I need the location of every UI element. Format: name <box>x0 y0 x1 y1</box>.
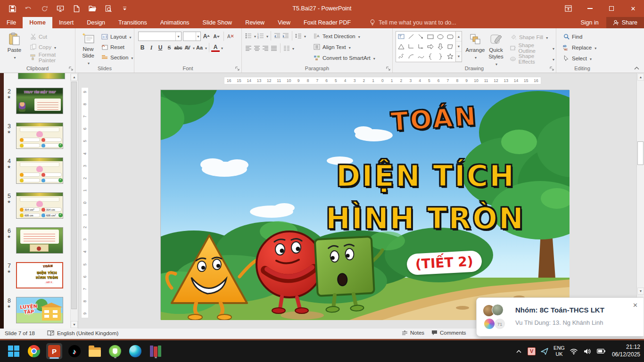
print-preview-icon[interactable] <box>104 4 113 13</box>
align-center-icon[interactable] <box>253 44 261 52</box>
tab-file[interactable]: File <box>0 17 23 28</box>
decrease-indent-icon[interactable] <box>273 32 281 40</box>
slide-4-thumbnail[interactable] <box>16 157 63 184</box>
underline-button[interactable]: U <box>156 43 165 52</box>
new-slide-button[interactable]: New Slide <box>78 30 99 66</box>
scrollbar-thumb[interactable] <box>637 141 644 165</box>
reset-button[interactable]: Reset <box>99 42 134 52</box>
font-color-button[interactable]: A <box>211 44 220 52</box>
align-text-button[interactable]: Align Text <box>312 42 377 52</box>
oval-shape-icon[interactable] <box>437 33 444 40</box>
scribble-shape-icon[interactable] <box>398 53 405 60</box>
slide-2-thumbnail[interactable]: TRUY TÌM MẬT THƯ <box>16 88 63 114</box>
open-icon[interactable] <box>88 4 97 13</box>
gallery-more-icon[interactable]: ▼ <box>456 52 462 62</box>
star-shape-icon[interactable] <box>447 53 454 60</box>
layout-button[interactable]: Layout <box>99 32 134 41</box>
tab-insert[interactable]: Insert <box>52 17 80 28</box>
taskbar-chrome-icon[interactable] <box>26 343 42 359</box>
columns-dropdown-icon[interactable] <box>291 45 294 51</box>
gallery-down-icon[interactable]: ▼ <box>456 41 462 51</box>
curve-shape-icon[interactable] <box>418 53 424 60</box>
down-arrow-shape-icon[interactable] <box>437 43 444 50</box>
quick-styles-button[interactable]: Quick Styles <box>486 31 506 67</box>
paragraph-dialog-launcher-icon[interactable] <box>386 66 391 71</box>
vertical-scrollbar[interactable] <box>636 73 644 329</box>
tab-animations[interactable]: Animations <box>154 17 196 28</box>
change-case-button[interactable]: Aa <box>195 43 204 52</box>
font-size-dropdown-icon[interactable]: ▾ <box>196 32 200 41</box>
tab-foxit-reader-pdf[interactable]: Foxit Reader PDF <box>297 17 357 28</box>
new-slide-dropdown-icon[interactable] <box>87 59 90 66</box>
collapse-ribbon-icon[interactable] <box>634 66 639 70</box>
arrow-shape-icon[interactable] <box>418 33 424 40</box>
shape-outline-button[interactable]: Shape Outline <box>508 43 556 53</box>
tab-transitions[interactable]: Transitions <box>112 17 154 28</box>
font-size-combo[interactable]: ▾ <box>183 32 201 41</box>
redo-icon[interactable] <box>40 4 49 13</box>
thumbnail-panel-scrollbar[interactable] <box>70 74 77 328</box>
taskbar-explorer-icon[interactable] <box>87 343 103 359</box>
numbering-icon[interactable]: 123 <box>257 32 264 40</box>
vertical-ruler[interactable]: 9876543210123456789 <box>81 87 89 318</box>
bullets-icon[interactable] <box>245 32 252 40</box>
chat-notification-popup[interactable]: ✕ 71 Nhóm: 8C Toán-THCS LKT Vu Thi Dung:… <box>476 297 644 337</box>
shapes-gallery[interactable] <box>396 31 456 62</box>
format-painter-button[interactable]: Format Painter <box>28 52 75 62</box>
copy-button[interactable]: Copy <box>28 42 75 52</box>
slide-5-thumbnail[interactable]: 314 cm²314 cm628 cm628 cm² <box>16 192 63 219</box>
line-shape-icon[interactable] <box>408 33 414 40</box>
new-document-icon[interactable] <box>72 4 81 13</box>
horizontal-ruler[interactable]: 1615141312111098765432101234567891011121… <box>224 77 541 84</box>
restore-button[interactable] <box>601 0 622 17</box>
shape-effects-button[interactable]: Shape Effects <box>508 54 556 64</box>
taskbar-powerpoint-icon[interactable]: P <box>46 343 62 359</box>
triangle-shape-icon[interactable] <box>398 43 405 50</box>
slide-7-thumbnail[interactable]: TOÁN DIỆN TÍCH HÌNH TRÒN (TIẾT 2) <box>16 262 63 288</box>
align-left-icon[interactable] <box>245 44 252 52</box>
cut-button[interactable]: Cut <box>28 32 75 41</box>
hidden-icons-chevron-icon[interactable] <box>514 346 523 356</box>
clear-formatting-icon[interactable]: A <box>227 33 234 40</box>
line-spacing-dropdown-icon[interactable] <box>303 33 306 39</box>
right-arrow-shape-icon[interactable] <box>427 43 434 50</box>
tab-slide-show[interactable]: Slide Show <box>196 17 239 28</box>
left-brace-shape-icon[interactable] <box>427 53 434 60</box>
bullets-dropdown-icon[interactable] <box>253 33 256 39</box>
arc-shape-icon[interactable] <box>408 53 414 60</box>
share-button[interactable]: Share <box>606 17 644 28</box>
flowchart-shape-icon[interactable] <box>447 43 454 50</box>
taskbar-coccoc-icon[interactable] <box>107 343 123 359</box>
sign-in-button[interactable]: Sign in <box>573 17 606 28</box>
convert-to-smartart-button[interactable]: Convert to SmartArt <box>312 53 377 63</box>
ribbon-display-options-icon[interactable] <box>557 0 579 17</box>
arrange-button[interactable]: Arrange <box>465 31 486 67</box>
grow-font-button[interactable]: A <box>202 32 211 41</box>
language-tray-indicator[interactable]: ENGUK <box>553 345 565 357</box>
tab-design[interactable]: Design <box>80 17 112 28</box>
taskbar-winrar-icon[interactable] <box>148 343 164 359</box>
battery-icon[interactable] <box>596 346 606 356</box>
notification-close-icon[interactable]: ✕ <box>633 302 638 309</box>
numbering-dropdown-icon[interactable] <box>265 33 268 39</box>
paste-button[interactable]: Paste <box>4 30 25 66</box>
undo-icon[interactable] <box>24 4 33 13</box>
font-name-input[interactable] <box>139 32 175 41</box>
change-case-dropdown-icon[interactable] <box>204 44 207 51</box>
italic-button[interactable]: I <box>147 43 156 52</box>
select-button[interactable]: Select <box>561 53 608 63</box>
customize-qat-icon[interactable] <box>120 4 129 13</box>
spell-check-indicator[interactable]: English (United Kingdom) <box>47 330 118 337</box>
shapes-gallery-scroll[interactable]: ▲▼▼ <box>456 31 462 62</box>
right-brace-shape-icon[interactable] <box>437 53 444 60</box>
tell-me-box[interactable]: Tell me what you want to do... <box>370 17 456 28</box>
justify-icon[interactable] <box>270 44 278 52</box>
slide-6-thumbnail[interactable] <box>16 227 63 254</box>
unikey-icon[interactable]: V <box>528 347 536 355</box>
wifi-icon[interactable] <box>569 346 578 356</box>
clock[interactable]: 21:1206/12/2025 <box>612 344 640 358</box>
paste-dropdown-icon[interactable] <box>13 54 16 60</box>
save-icon[interactable] <box>8 4 17 13</box>
close-button[interactable]: ✕ <box>622 0 644 17</box>
bold-button[interactable]: B <box>138 43 147 52</box>
